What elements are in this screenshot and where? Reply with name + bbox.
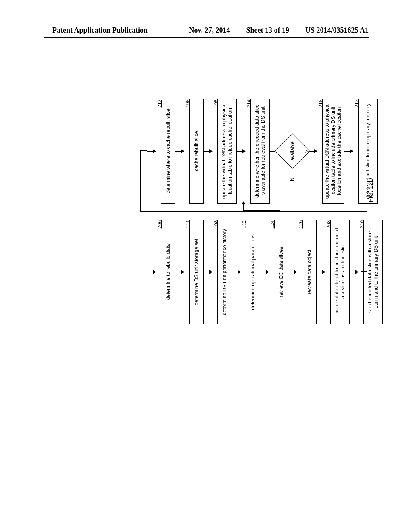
step-num-210: 210 <box>359 220 365 229</box>
entry-arrow <box>147 270 156 274</box>
step-num-112: 112 <box>241 220 247 228</box>
step-num-126: 126 <box>297 220 304 229</box>
decision-available: available N Y <box>280 127 305 175</box>
step-num-212: 212 <box>156 100 163 108</box>
arrow-icon <box>317 270 325 274</box>
step-208: encode data object to produce encoded da… <box>330 220 350 324</box>
flow-left-column: 206 determine to rebuild data 114 determ… <box>147 220 383 324</box>
loopback-seg <box>280 175 280 211</box>
arrow-icon <box>175 270 184 274</box>
entry-arrow-right <box>147 149 156 153</box>
flow-right-column: 212 determine where to cache rebuilt sli… <box>147 99 378 204</box>
bridge-seg <box>140 151 147 152</box>
arrow-icon <box>204 149 213 153</box>
arrow-icon <box>344 149 353 153</box>
step-196: cache rebuilt slice <box>189 99 204 204</box>
flowchart-fig-12d: 206 determine to rebuild data 114 determ… <box>147 99 345 324</box>
step-212: determine where to cache rebuilt slice <box>161 99 175 204</box>
header-docnum: US 2014/0351625 A1 <box>305 26 369 35</box>
arrow-icon <box>350 270 359 274</box>
header-publication: Patent Application Publication <box>52 26 148 35</box>
arrow-icon <box>260 270 269 274</box>
step-216: update the virtual DSN address to physic… <box>322 99 344 204</box>
arrow-icon <box>175 149 184 153</box>
bridge-seg <box>361 272 367 272</box>
loopback-arrowhead-icon <box>242 201 246 204</box>
step-num-124: 124 <box>269 220 275 229</box>
step-num-216: 216 <box>317 100 324 108</box>
step-num-114: 114 <box>184 220 191 228</box>
decision-no-label: N <box>290 177 295 181</box>
step-124: retrieve EC data slices <box>274 220 288 324</box>
bridge-seg <box>140 211 367 212</box>
bridge-seg <box>367 212 367 272</box>
step-num-214: 214 <box>246 100 252 108</box>
step-num-208: 208 <box>325 220 332 229</box>
step-114: determine DS unit storage set <box>189 220 204 324</box>
step-198: update the virtual DSN address to physic… <box>217 99 237 204</box>
step-num-217: 217 <box>353 100 360 108</box>
decision-label: available <box>290 141 295 160</box>
figure-label: FIG. 12D <box>367 178 374 202</box>
loopback-seg <box>243 204 244 211</box>
bridge-seg <box>140 151 141 212</box>
arrow-icon <box>237 149 246 153</box>
step-214: determine whether the encoded data slice… <box>250 99 270 204</box>
step-112: determine operational parameters <box>246 220 260 324</box>
step-num-206: 206 <box>156 220 163 229</box>
step-num-196: 196 <box>184 100 191 108</box>
decision-yes-label: Y <box>305 150 310 153</box>
step-126: recreate data object <box>302 220 317 324</box>
arrow-icon <box>288 270 297 274</box>
arrow-icon <box>232 270 241 274</box>
header-sheet: Sheet 13 of 19 <box>246 26 289 35</box>
header-date: Nov. 27, 2014 <box>189 26 230 35</box>
step-108: determine DS unit performance history <box>217 220 232 324</box>
step-num-108: 108 <box>213 220 219 229</box>
step-num-198: 198 <box>213 100 219 108</box>
arrow-icon <box>204 270 213 274</box>
step-206: determine to rebuild data <box>161 220 175 324</box>
header-rule <box>44 37 369 38</box>
